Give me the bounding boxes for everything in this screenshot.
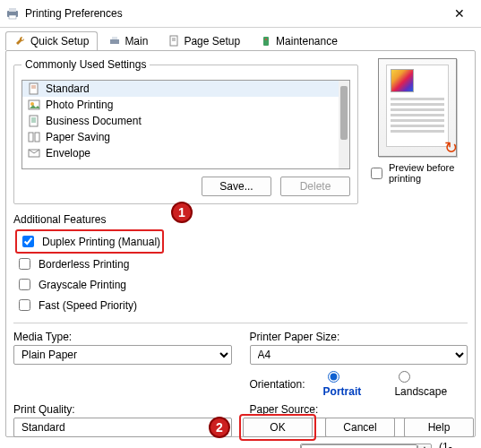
feature-label: Fast (Speed Priority) [39, 299, 137, 312]
preview-before-label: Preview before printing [389, 162, 468, 184]
standard-icon [28, 82, 40, 95]
tab-page-setup[interactable]: Page Setup [159, 31, 249, 50]
print-quality-select[interactable]: Standard [13, 418, 232, 437]
paper-size-field: Printer Paper Size: A4 Orientation: Port… [250, 331, 468, 400]
radio-label: Landscape [394, 385, 447, 398]
tab-label: Quick Setup [30, 35, 89, 47]
window-title: Printing Preferences [25, 7, 445, 20]
paper-size-label: Printer Paper Size: [250, 331, 468, 343]
list-item-label: Business Document [46, 115, 142, 127]
media-type-label: Media Type: [13, 331, 232, 343]
main-panel: Commonly Used Settings Standard Photo Pr… [5, 50, 476, 437]
orientation-label: Orientation: [250, 378, 305, 391]
print-quality-label: Print Quality: [13, 403, 232, 416]
maintenance-icon [260, 35, 272, 47]
flip-arrow-icon: ↻ [444, 138, 458, 158]
list-item[interactable]: Business Document [22, 113, 349, 129]
feature-label: Grayscale Printing [39, 279, 126, 291]
svg-point-9 [265, 39, 267, 40]
tab-label: Page Setup [184, 35, 240, 47]
photo-icon [28, 99, 40, 111]
list-item[interactable]: Paper Saving [22, 129, 349, 145]
feature-borderless[interactable]: Borderless Printing [15, 254, 468, 274]
list-item-label: Envelope [46, 147, 90, 159]
ok-highlight: OK [239, 414, 316, 441]
paper-saving-icon [28, 131, 40, 143]
printer-icon [108, 35, 121, 47]
preview-before-input[interactable] [371, 168, 382, 179]
close-button[interactable]: ✕ [445, 4, 474, 23]
list-item-label: Photo Printing [46, 99, 113, 111]
svg-rect-3 [110, 39, 119, 44]
feature-label: Borderless Printing [39, 258, 129, 271]
paper-size-select[interactable]: A4 [250, 345, 468, 365]
grayscale-checkbox[interactable] [19, 279, 30, 290]
document-icon [28, 115, 40, 127]
svg-rect-4 [112, 37, 117, 39]
tab-label: Main [125, 35, 148, 47]
feature-grayscale[interactable]: Grayscale Printing [15, 274, 468, 295]
svg-rect-1 [9, 8, 16, 12]
tab-label: Maintenance [276, 35, 338, 47]
cancel-button[interactable]: Cancel [325, 418, 395, 437]
settings-list[interactable]: Standard Photo Printing Business Documen… [21, 80, 350, 169]
callout-2: 2 [209, 417, 230, 438]
svg-rect-10 [30, 83, 38, 94]
feature-label: Duplex Printing (Manual) [42, 236, 160, 248]
radio-label: Portrait [323, 385, 362, 398]
page-icon [167, 35, 180, 47]
feature-duplex[interactable]: Duplex Printing (Manual) [19, 231, 160, 252]
svg-rect-8 [263, 37, 269, 46]
svg-rect-2 [9, 15, 16, 19]
orientation-landscape[interactable]: Landscape [394, 368, 468, 398]
printer-app-icon [5, 6, 20, 21]
media-type-field: Media Type: Plain Paper [13, 331, 232, 400]
save-button[interactable]: Save... [202, 177, 271, 196]
copies-spinner[interactable]: ▲ ▼ [300, 444, 432, 448]
copies-range: (1-999) [439, 441, 468, 448]
duplex-highlight: Duplex Printing (Manual) [15, 229, 164, 254]
divider [13, 323, 468, 323]
preview-before-checkbox[interactable]: Preview before printing [367, 162, 468, 184]
svg-rect-20 [35, 133, 39, 142]
ok-button[interactable]: OK [243, 418, 313, 437]
titlebar: Printing Preferences ✕ [0, 0, 481, 28]
delete-button: Delete [280, 177, 350, 196]
media-type-select[interactable]: Plain Paper [13, 345, 232, 365]
additional-features-legend: Additional Features [13, 213, 468, 226]
scrollbar[interactable] [339, 81, 349, 168]
tab-maintenance[interactable]: Maintenance [251, 31, 347, 50]
list-item-label: Paper Saving [46, 131, 110, 143]
wrench-icon [14, 35, 27, 47]
dialog-actions: 2 OK Cancel Help [209, 414, 474, 441]
copies-input[interactable] [301, 444, 417, 448]
list-item-label: Standard [46, 82, 90, 95]
svg-rect-15 [30, 116, 38, 126]
print-quality-field: Print Quality: Standard [13, 403, 232, 448]
svg-rect-19 [29, 133, 33, 142]
envelope-icon [28, 147, 40, 159]
preview-thumbnail: ↻ [378, 58, 457, 157]
feature-fast[interactable]: Fast (Speed Priority) [15, 295, 468, 315]
fast-checkbox[interactable] [19, 299, 30, 311]
tab-main[interactable]: Main [99, 31, 157, 50]
tabbar: Quick Setup Main Page Setup Maintenance [0, 28, 481, 50]
landscape-radio[interactable] [399, 371, 410, 383]
portrait-radio[interactable] [328, 371, 339, 383]
list-item[interactable]: Photo Printing [22, 97, 349, 113]
list-item[interactable]: Standard [22, 81, 349, 97]
list-item[interactable]: Envelope [22, 145, 349, 161]
borderless-checkbox[interactable] [19, 258, 30, 270]
commonly-used-fieldset: Commonly Used Settings Standard Photo Pr… [13, 58, 358, 204]
commonly-used-legend: Commonly Used Settings [21, 58, 150, 71]
help-button[interactable]: Help [404, 418, 474, 437]
tab-quick-setup[interactable]: Quick Setup [5, 31, 98, 50]
callout-1: 1 [171, 202, 193, 223]
duplex-checkbox[interactable] [22, 236, 34, 247]
orientation-portrait[interactable]: Portrait [323, 368, 382, 398]
